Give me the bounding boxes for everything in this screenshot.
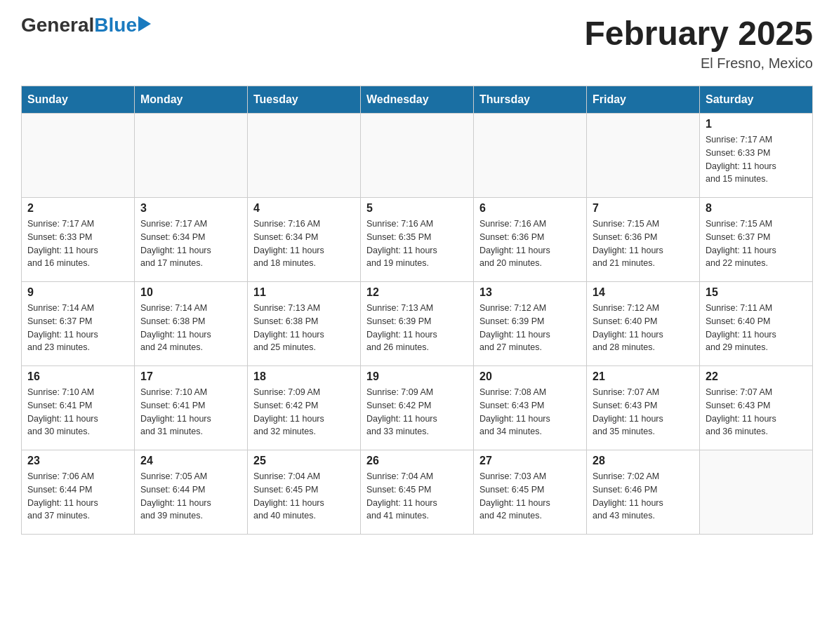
day-number: 22 bbox=[706, 370, 807, 383]
day-info: Sunrise: 7:03 AM Sunset: 6:45 PM Dayligh… bbox=[479, 470, 581, 523]
calendar-cell bbox=[361, 114, 474, 198]
calendar-week-row: 23Sunrise: 7:06 AM Sunset: 6:44 PM Dayli… bbox=[22, 450, 813, 535]
day-info: Sunrise: 7:17 AM Sunset: 6:33 PM Dayligh… bbox=[27, 217, 128, 270]
day-number: 3 bbox=[140, 202, 241, 215]
calendar-cell: 4Sunrise: 7:16 AM Sunset: 6:34 PM Daylig… bbox=[248, 198, 361, 282]
day-number: 6 bbox=[479, 202, 581, 215]
title-section: February 2025 El Fresno, Mexico bbox=[584, 14, 813, 72]
day-number: 19 bbox=[366, 370, 468, 383]
day-number: 10 bbox=[140, 286, 241, 299]
day-info: Sunrise: 7:13 AM Sunset: 6:38 PM Dayligh… bbox=[253, 302, 355, 354]
day-info: Sunrise: 7:16 AM Sunset: 6:35 PM Dayligh… bbox=[366, 217, 468, 270]
svg-marker-0 bbox=[138, 16, 151, 32]
day-number: 28 bbox=[593, 455, 694, 467]
day-number: 4 bbox=[253, 202, 355, 215]
day-info: Sunrise: 7:05 AM Sunset: 6:44 PM Dayligh… bbox=[140, 470, 241, 523]
day-number: 27 bbox=[479, 455, 581, 467]
calendar-cell: 23Sunrise: 7:06 AM Sunset: 6:44 PM Dayli… bbox=[22, 450, 135, 535]
calendar-cell: 18Sunrise: 7:09 AM Sunset: 6:42 PM Dayli… bbox=[248, 366, 361, 450]
weekday-header-thursday: Thursday bbox=[474, 86, 587, 114]
logo: General Blue bbox=[21, 14, 151, 36]
day-number: 9 bbox=[27, 286, 128, 299]
calendar-table: SundayMondayTuesdayWednesdayThursdayFrid… bbox=[21, 86, 813, 535]
calendar-cell: 17Sunrise: 7:10 AM Sunset: 6:41 PM Dayli… bbox=[135, 366, 248, 450]
calendar-cell bbox=[135, 114, 248, 198]
day-info: Sunrise: 7:06 AM Sunset: 6:44 PM Dayligh… bbox=[27, 470, 128, 523]
calendar-cell: 2Sunrise: 7:17 AM Sunset: 6:33 PM Daylig… bbox=[22, 198, 135, 282]
calendar-week-row: 9Sunrise: 7:14 AM Sunset: 6:37 PM Daylig… bbox=[22, 282, 813, 366]
calendar-cell: 28Sunrise: 7:02 AM Sunset: 6:46 PM Dayli… bbox=[587, 450, 700, 535]
page-header: General Blue February 2025 El Fresno, Me… bbox=[21, 14, 813, 72]
weekday-header-sunday: Sunday bbox=[22, 86, 135, 114]
day-info: Sunrise: 7:09 AM Sunset: 6:42 PM Dayligh… bbox=[253, 386, 355, 438]
day-number: 17 bbox=[140, 370, 241, 383]
calendar-cell: 13Sunrise: 7:12 AM Sunset: 6:39 PM Dayli… bbox=[474, 282, 587, 366]
day-number: 5 bbox=[366, 202, 468, 215]
calendar-cell bbox=[22, 114, 135, 198]
day-number: 11 bbox=[253, 286, 355, 299]
logo-triangle-icon bbox=[138, 16, 151, 34]
calendar-cell: 19Sunrise: 7:09 AM Sunset: 6:42 PM Dayli… bbox=[361, 366, 474, 450]
day-info: Sunrise: 7:02 AM Sunset: 6:46 PM Dayligh… bbox=[593, 470, 694, 523]
day-info: Sunrise: 7:08 AM Sunset: 6:43 PM Dayligh… bbox=[479, 386, 581, 438]
calendar-cell bbox=[587, 114, 700, 198]
calendar-cell: 21Sunrise: 7:07 AM Sunset: 6:43 PM Dayli… bbox=[587, 366, 700, 450]
calendar-cell: 15Sunrise: 7:11 AM Sunset: 6:40 PM Dayli… bbox=[700, 282, 813, 366]
calendar-cell: 7Sunrise: 7:15 AM Sunset: 6:36 PM Daylig… bbox=[587, 198, 700, 282]
day-info: Sunrise: 7:16 AM Sunset: 6:34 PM Dayligh… bbox=[253, 217, 355, 270]
day-number: 8 bbox=[706, 202, 807, 215]
calendar-cell: 16Sunrise: 7:10 AM Sunset: 6:41 PM Dayli… bbox=[22, 366, 135, 450]
day-number: 7 bbox=[593, 202, 694, 215]
weekday-header-tuesday: Tuesday bbox=[248, 86, 361, 114]
weekday-header-friday: Friday bbox=[587, 86, 700, 114]
calendar-cell: 1Sunrise: 7:17 AM Sunset: 6:33 PM Daylig… bbox=[700, 114, 813, 198]
day-info: Sunrise: 7:12 AM Sunset: 6:40 PM Dayligh… bbox=[593, 302, 694, 354]
day-info: Sunrise: 7:04 AM Sunset: 6:45 PM Dayligh… bbox=[253, 470, 355, 523]
logo-blue-text: Blue bbox=[94, 14, 137, 36]
day-number: 20 bbox=[479, 370, 581, 383]
calendar-cell: 25Sunrise: 7:04 AM Sunset: 6:45 PM Dayli… bbox=[248, 450, 361, 535]
calendar-week-row: 2Sunrise: 7:17 AM Sunset: 6:33 PM Daylig… bbox=[22, 198, 813, 282]
calendar-cell: 9Sunrise: 7:14 AM Sunset: 6:37 PM Daylig… bbox=[22, 282, 135, 366]
location-text: El Fresno, Mexico bbox=[584, 55, 813, 72]
weekday-header-monday: Monday bbox=[135, 86, 248, 114]
calendar-cell: 12Sunrise: 7:13 AM Sunset: 6:39 PM Dayli… bbox=[361, 282, 474, 366]
day-info: Sunrise: 7:12 AM Sunset: 6:39 PM Dayligh… bbox=[479, 302, 581, 354]
day-info: Sunrise: 7:16 AM Sunset: 6:36 PM Dayligh… bbox=[479, 217, 581, 270]
logo-general-text: General bbox=[21, 14, 94, 36]
month-title: February 2025 bbox=[584, 14, 813, 53]
calendar-cell: 26Sunrise: 7:04 AM Sunset: 6:45 PM Dayli… bbox=[361, 450, 474, 535]
day-number: 12 bbox=[366, 286, 468, 299]
calendar-cell: 22Sunrise: 7:07 AM Sunset: 6:43 PM Dayli… bbox=[700, 366, 813, 450]
day-number: 25 bbox=[253, 455, 355, 467]
calendar-week-row: 16Sunrise: 7:10 AM Sunset: 6:41 PM Dayli… bbox=[22, 366, 813, 450]
day-number: 16 bbox=[27, 370, 128, 383]
day-number: 15 bbox=[706, 286, 807, 299]
calendar-week-row: 1Sunrise: 7:17 AM Sunset: 6:33 PM Daylig… bbox=[22, 114, 813, 198]
calendar-cell: 20Sunrise: 7:08 AM Sunset: 6:43 PM Dayli… bbox=[474, 366, 587, 450]
day-info: Sunrise: 7:14 AM Sunset: 6:38 PM Dayligh… bbox=[140, 302, 241, 354]
calendar-cell: 14Sunrise: 7:12 AM Sunset: 6:40 PM Dayli… bbox=[587, 282, 700, 366]
day-number: 21 bbox=[593, 370, 694, 383]
calendar-cell: 11Sunrise: 7:13 AM Sunset: 6:38 PM Dayli… bbox=[248, 282, 361, 366]
calendar-cell: 3Sunrise: 7:17 AM Sunset: 6:34 PM Daylig… bbox=[135, 198, 248, 282]
day-number: 13 bbox=[479, 286, 581, 299]
day-info: Sunrise: 7:17 AM Sunset: 6:34 PM Dayligh… bbox=[140, 217, 241, 270]
day-number: 23 bbox=[27, 455, 128, 467]
day-number: 18 bbox=[253, 370, 355, 383]
day-number: 24 bbox=[140, 455, 241, 467]
day-info: Sunrise: 7:04 AM Sunset: 6:45 PM Dayligh… bbox=[366, 470, 468, 523]
day-info: Sunrise: 7:07 AM Sunset: 6:43 PM Dayligh… bbox=[593, 386, 694, 438]
calendar-cell bbox=[248, 114, 361, 198]
weekday-header-saturday: Saturday bbox=[700, 86, 813, 114]
day-number: 1 bbox=[706, 118, 807, 130]
day-info: Sunrise: 7:10 AM Sunset: 6:41 PM Dayligh… bbox=[140, 386, 241, 438]
calendar-cell: 27Sunrise: 7:03 AM Sunset: 6:45 PM Dayli… bbox=[474, 450, 587, 535]
day-info: Sunrise: 7:15 AM Sunset: 6:36 PM Dayligh… bbox=[593, 217, 694, 270]
day-number: 26 bbox=[366, 455, 468, 467]
day-number: 2 bbox=[27, 202, 128, 215]
weekday-header-wednesday: Wednesday bbox=[361, 86, 474, 114]
calendar-cell: 24Sunrise: 7:05 AM Sunset: 6:44 PM Dayli… bbox=[135, 450, 248, 535]
day-info: Sunrise: 7:10 AM Sunset: 6:41 PM Dayligh… bbox=[27, 386, 128, 438]
day-info: Sunrise: 7:07 AM Sunset: 6:43 PM Dayligh… bbox=[706, 386, 807, 438]
